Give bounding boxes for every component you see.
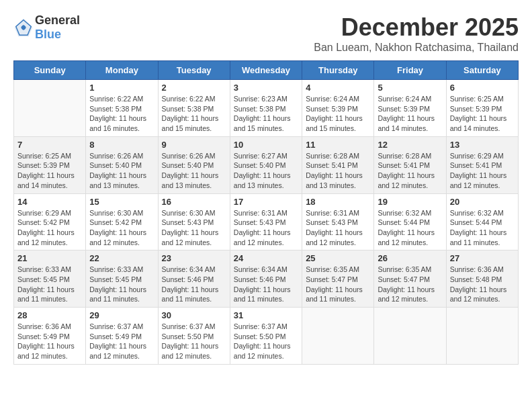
calendar-day-cell: 31Sunrise: 6:37 AM Sunset: 5:50 PM Dayli… [230,308,302,365]
day-detail: Sunrise: 6:35 AM Sunset: 5:47 PM Dayligh… [306,265,370,304]
day-number: 21 [17,253,82,263]
calendar-week-row: 7Sunrise: 6:25 AM Sunset: 5:39 PM Daylig… [14,136,519,193]
calendar-week-row: 28Sunrise: 6:36 AM Sunset: 5:49 PM Dayli… [14,308,519,365]
day-detail: Sunrise: 6:32 AM Sunset: 5:44 PM Dayligh… [378,208,442,248]
calendar-header-sunday: Sunday [14,61,86,80]
calendar-day-cell: 14Sunrise: 6:29 AM Sunset: 5:42 PM Dayli… [14,193,86,250]
calendar-day-cell: 25Sunrise: 6:35 AM Sunset: 5:47 PM Dayli… [302,250,374,308]
day-number: 29 [89,310,154,320]
calendar-day-cell [374,308,446,365]
day-number: 6 [450,83,515,93]
day-detail: Sunrise: 6:23 AM Sunset: 5:38 PM Dayligh… [234,94,298,134]
day-number: 11 [306,140,370,150]
day-number: 20 [450,197,515,207]
calendar-day-cell: 30Sunrise: 6:37 AM Sunset: 5:50 PM Dayli… [158,308,230,365]
calendar-day-cell: 1Sunrise: 6:22 AM Sunset: 5:38 PM Daylig… [86,80,158,137]
location-title: Ban Lueam, Nakhon Ratchasima, Thailand [314,42,519,54]
day-number: 8 [89,140,154,150]
day-number: 2 [162,83,226,93]
calendar-body: 1Sunrise: 6:22 AM Sunset: 5:38 PM Daylig… [14,80,519,365]
day-number: 23 [162,253,226,263]
calendar-day-cell: 16Sunrise: 6:30 AM Sunset: 5:43 PM Dayli… [158,193,230,250]
day-detail: Sunrise: 6:29 AM Sunset: 5:42 PM Dayligh… [17,208,82,248]
day-detail: Sunrise: 6:27 AM Sunset: 5:40 PM Dayligh… [234,151,298,191]
day-number: 22 [89,253,154,263]
day-number: 7 [17,140,82,150]
logo-text-general: General [35,13,80,27]
day-number: 31 [234,310,298,320]
day-detail: Sunrise: 6:37 AM Sunset: 5:50 PM Dayligh… [234,322,298,361]
calendar-day-cell: 4Sunrise: 6:24 AM Sunset: 5:39 PM Daylig… [302,80,374,137]
day-detail: Sunrise: 6:37 AM Sunset: 5:50 PM Dayligh… [162,322,226,361]
calendar-day-cell: 7Sunrise: 6:25 AM Sunset: 5:39 PM Daylig… [14,136,86,193]
day-number: 4 [306,83,370,93]
day-detail: Sunrise: 6:34 AM Sunset: 5:46 PM Dayligh… [234,265,298,304]
calendar-day-cell: 27Sunrise: 6:36 AM Sunset: 5:48 PM Dayli… [446,250,518,308]
day-number: 13 [450,140,515,150]
calendar-header-wednesday: Wednesday [230,61,302,80]
calendar-day-cell: 3Sunrise: 6:23 AM Sunset: 5:38 PM Daylig… [230,80,302,137]
calendar-day-cell: 19Sunrise: 6:32 AM Sunset: 5:44 PM Dayli… [374,193,446,250]
calendar-day-cell: 12Sunrise: 6:28 AM Sunset: 5:41 PM Dayli… [374,136,446,193]
day-number: 12 [378,140,442,150]
calendar-day-cell: 22Sunrise: 6:33 AM Sunset: 5:45 PM Dayli… [86,250,158,308]
day-number: 15 [89,197,154,207]
day-detail: Sunrise: 6:36 AM Sunset: 5:49 PM Dayligh… [17,322,82,361]
day-detail: Sunrise: 6:26 AM Sunset: 5:40 PM Dayligh… [162,151,226,191]
logo-icon [13,17,34,38]
calendar-day-cell: 10Sunrise: 6:27 AM Sunset: 5:40 PM Dayli… [230,136,302,193]
calendar-week-row: 1Sunrise: 6:22 AM Sunset: 5:38 PM Daylig… [14,80,519,137]
calendar-day-cell: 17Sunrise: 6:31 AM Sunset: 5:43 PM Dayli… [230,193,302,250]
day-number: 27 [450,253,515,263]
calendar-day-cell: 21Sunrise: 6:33 AM Sunset: 5:45 PM Dayli… [14,250,86,308]
calendar-day-cell [302,308,374,365]
day-detail: Sunrise: 6:30 AM Sunset: 5:42 PM Dayligh… [89,208,154,248]
calendar-day-cell: 29Sunrise: 6:37 AM Sunset: 5:49 PM Dayli… [86,308,158,365]
calendar-day-cell: 2Sunrise: 6:22 AM Sunset: 5:38 PM Daylig… [158,80,230,137]
calendar-day-cell [446,308,518,365]
calendar-day-cell: 26Sunrise: 6:35 AM Sunset: 5:47 PM Dayli… [374,250,446,308]
day-detail: Sunrise: 6:32 AM Sunset: 5:44 PM Dayligh… [450,208,515,248]
day-detail: Sunrise: 6:25 AM Sunset: 5:39 PM Dayligh… [450,94,515,134]
day-number: 5 [378,83,442,93]
day-detail: Sunrise: 6:28 AM Sunset: 5:41 PM Dayligh… [306,151,370,191]
calendar-day-cell: 20Sunrise: 6:32 AM Sunset: 5:44 PM Dayli… [446,193,518,250]
day-detail: Sunrise: 6:33 AM Sunset: 5:45 PM Dayligh… [89,265,154,304]
calendar-week-row: 21Sunrise: 6:33 AM Sunset: 5:45 PM Dayli… [14,250,519,308]
day-detail: Sunrise: 6:25 AM Sunset: 5:39 PM Dayligh… [17,151,82,191]
day-number: 19 [378,197,442,207]
day-number: 26 [378,253,442,263]
calendar-header-row: SundayMondayTuesdayWednesdayThursdayFrid… [14,61,519,80]
header: General Blue December 2025 Ban Lueam, Na… [13,13,519,54]
day-number: 3 [234,83,298,93]
calendar-day-cell: 28Sunrise: 6:36 AM Sunset: 5:49 PM Dayli… [14,308,86,365]
calendar-day-cell: 24Sunrise: 6:34 AM Sunset: 5:46 PM Dayli… [230,250,302,308]
calendar-header-monday: Monday [86,61,158,80]
calendar-week-row: 14Sunrise: 6:29 AM Sunset: 5:42 PM Dayli… [14,193,519,250]
day-detail: Sunrise: 6:36 AM Sunset: 5:48 PM Dayligh… [450,265,515,304]
day-detail: Sunrise: 6:24 AM Sunset: 5:39 PM Dayligh… [306,94,370,134]
calendar-day-cell: 13Sunrise: 6:29 AM Sunset: 5:41 PM Dayli… [446,136,518,193]
day-detail: Sunrise: 6:28 AM Sunset: 5:41 PM Dayligh… [378,151,442,191]
calendar-header-tuesday: Tuesday [158,61,230,80]
calendar-day-cell: 8Sunrise: 6:26 AM Sunset: 5:40 PM Daylig… [86,136,158,193]
day-detail: Sunrise: 6:22 AM Sunset: 5:38 PM Dayligh… [89,94,154,134]
day-detail: Sunrise: 6:33 AM Sunset: 5:45 PM Dayligh… [17,265,82,304]
day-detail: Sunrise: 6:26 AM Sunset: 5:40 PM Dayligh… [89,151,154,191]
day-detail: Sunrise: 6:31 AM Sunset: 5:43 PM Dayligh… [306,208,370,248]
day-number: 1 [89,83,154,93]
day-detail: Sunrise: 6:24 AM Sunset: 5:39 PM Dayligh… [378,94,442,134]
calendar-day-cell: 5Sunrise: 6:24 AM Sunset: 5:39 PM Daylig… [374,80,446,137]
day-number: 30 [162,310,226,320]
calendar-day-cell: 11Sunrise: 6:28 AM Sunset: 5:41 PM Dayli… [302,136,374,193]
day-number: 14 [17,197,82,207]
day-detail: Sunrise: 6:34 AM Sunset: 5:46 PM Dayligh… [162,265,226,304]
day-detail: Sunrise: 6:30 AM Sunset: 5:43 PM Dayligh… [162,208,226,248]
logo-text-blue: Blue [35,28,61,41]
logo: General Blue [13,13,80,42]
calendar-day-cell: 9Sunrise: 6:26 AM Sunset: 5:40 PM Daylig… [158,136,230,193]
day-detail: Sunrise: 6:29 AM Sunset: 5:41 PM Dayligh… [450,151,515,191]
calendar-day-cell: 15Sunrise: 6:30 AM Sunset: 5:42 PM Dayli… [86,193,158,250]
calendar-day-cell: 6Sunrise: 6:25 AM Sunset: 5:39 PM Daylig… [446,80,518,137]
day-number: 18 [306,197,370,207]
